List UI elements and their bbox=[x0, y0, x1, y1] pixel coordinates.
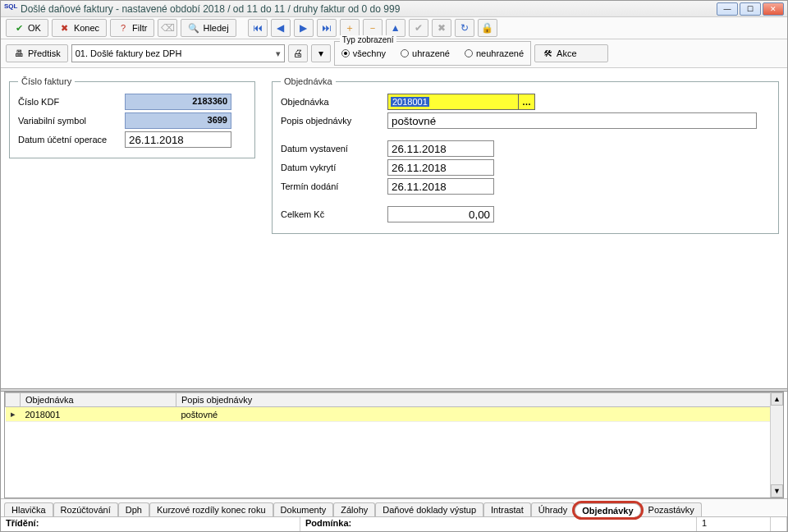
edit-button[interactable]: ▲ bbox=[386, 19, 405, 37]
question-icon: ? bbox=[117, 23, 129, 33]
grid-wrapper: Objednávka Popis objednávky ▸ 2018001 po… bbox=[4, 392, 784, 498]
filtr-clear-button: ⌫ bbox=[158, 19, 177, 37]
print-button[interactable]: 🖨 bbox=[288, 44, 308, 62]
lbl-term-dod: Termín dodání bbox=[281, 181, 387, 191]
inp-dat-vykr[interactable] bbox=[387, 159, 494, 176]
titlebar: SQL Došlé daňové faktury - nastavené obd… bbox=[1, 1, 787, 17]
inp-celkem[interactable] bbox=[387, 206, 494, 222]
filtr-button[interactable]: ? Filtr bbox=[110, 19, 154, 37]
vertical-scrollbar[interactable]: ▲ ▼ bbox=[770, 392, 783, 498]
report-combo[interactable]: 01. Došlé faktury bez DPH ▾ bbox=[71, 44, 285, 62]
radio-vsechny[interactable]: všechny bbox=[341, 48, 386, 58]
data-grid[interactable]: Objednávka Popis objednávky ▸ 2018001 po… bbox=[5, 392, 783, 498]
remove-button[interactable]: － bbox=[363, 19, 383, 37]
cell-popis: poštovné bbox=[176, 407, 783, 422]
lbl-dat-oper: Datum účetní operace bbox=[18, 135, 125, 144]
akce-button[interactable]: 🛠 Akce bbox=[534, 44, 608, 62]
hledej-button[interactable]: 🔍 Hledej bbox=[181, 19, 236, 37]
inp-popis[interactable] bbox=[387, 112, 757, 129]
inp-dat-vyst[interactable] bbox=[387, 140, 494, 157]
col-marker bbox=[6, 393, 21, 407]
cancel-button: ✖ bbox=[432, 19, 451, 37]
main-area: Číslo faktury Číslo KDF 2183360 Variabil… bbox=[1, 68, 787, 388]
maximize-button[interactable]: ☐ bbox=[740, 2, 761, 16]
lbl-var-sym: Variabilní symbol bbox=[18, 116, 125, 126]
tab-dph[interactable]: Dph bbox=[118, 502, 149, 516]
group-legend: Typ zobrazení bbox=[340, 35, 396, 44]
radio-uhrazene-label: uhrazené bbox=[412, 48, 450, 58]
radio-neuhrazene[interactable]: neuhrazené bbox=[465, 48, 524, 58]
tab-intrastat[interactable]: Intrastat bbox=[483, 502, 531, 516]
tools-icon: 🛠 bbox=[542, 48, 553, 58]
val-var-sym: 3699 bbox=[125, 112, 231, 129]
col-popis[interactable]: Popis objednávky bbox=[176, 393, 783, 407]
add-button[interactable]: ＋ bbox=[340, 19, 360, 37]
hledej-label: Hledej bbox=[203, 23, 228, 33]
tab-uhrady[interactable]: Úhrady bbox=[531, 502, 575, 516]
radio-dot-icon bbox=[341, 49, 350, 57]
legend-objednavka: Objednávka bbox=[281, 76, 336, 86]
tab-pozastavky[interactable]: Pozastávky bbox=[641, 502, 702, 516]
ok-label: OK bbox=[28, 23, 41, 33]
minimize-button[interactable]: — bbox=[717, 2, 738, 16]
nav-prev-button[interactable]: ◀ bbox=[271, 19, 291, 37]
display-type-group: Typ zobrazení všechny uhrazené neuhrazen… bbox=[334, 41, 531, 66]
status-trideni: Třídění: bbox=[1, 517, 300, 531]
tab-dd-vystup[interactable]: Daňové doklady výstup bbox=[375, 502, 483, 516]
scroll-down-icon[interactable]: ▼ bbox=[771, 484, 783, 498]
app-icon: SQL bbox=[4, 2, 17, 16]
tab-rozuctovani[interactable]: Rozúčtování bbox=[53, 502, 118, 516]
tab-dokumenty[interactable]: Dokumenty bbox=[273, 502, 334, 516]
filtr-label: Filtr bbox=[132, 23, 147, 33]
bottom-tabs: Hlavička Rozúčtování Dph Kurzové rozdíly… bbox=[1, 498, 787, 516]
tab-objednavky[interactable]: Objednávky bbox=[575, 503, 640, 517]
inp-dat-oper[interactable] bbox=[125, 131, 231, 148]
tab-kurz[interactable]: Kurzové rozdíly konec roku bbox=[149, 502, 273, 516]
print-dropdown-button[interactable]: ▾ bbox=[311, 44, 331, 62]
radio-uhrazene[interactable]: uhrazené bbox=[401, 48, 450, 58]
tab-zalohy[interactable]: Zálohy bbox=[333, 502, 375, 516]
inp-term-dod[interactable] bbox=[387, 178, 494, 195]
lbl-dat-vykr: Datum vykrytí bbox=[281, 163, 387, 172]
lock-button[interactable]: 🔒 bbox=[478, 19, 497, 37]
tab-hlavicka[interactable]: Hlavička bbox=[4, 502, 53, 516]
lbl-dat-vyst: Datum vystavení bbox=[281, 144, 387, 154]
scroll-up-icon[interactable]: ▲ bbox=[771, 392, 783, 406]
radio-dot-icon bbox=[465, 49, 473, 57]
row-marker-icon: ▸ bbox=[6, 407, 21, 422]
radio-dot-icon bbox=[401, 49, 409, 57]
report-combo-value: 01. Došlé faktury bez DPH bbox=[76, 48, 182, 58]
lbl-popis: Popis objednávky bbox=[281, 116, 387, 126]
printer-preview-icon: 🖶 bbox=[13, 48, 25, 58]
refresh-button[interactable]: ↻ bbox=[455, 19, 474, 37]
konec-label: Konec bbox=[74, 23, 99, 33]
x-icon: ✖ bbox=[59, 23, 71, 34]
inp-objednavka-value: 2018001 bbox=[391, 97, 429, 107]
inp-objednavka[interactable]: 2018001 bbox=[387, 94, 519, 110]
check-icon: ✔ bbox=[13, 23, 25, 34]
predtisk-label: Předtisk bbox=[28, 48, 61, 58]
status-last bbox=[771, 517, 787, 531]
nav-first-button[interactable]: ⏮ bbox=[248, 19, 268, 37]
radio-neuhrazene-label: neuhrazené bbox=[476, 48, 524, 58]
val-cislo-kdf: 2183360 bbox=[125, 94, 231, 110]
close-button[interactable]: ✕ bbox=[763, 2, 784, 16]
predtisk-button[interactable]: 🖶 Předtisk bbox=[6, 44, 68, 62]
nav-last-button[interactable]: ⏭ bbox=[317, 19, 337, 37]
status-count: 1 bbox=[697, 517, 771, 531]
radio-vsechny-label: všechny bbox=[353, 48, 386, 58]
search-icon: 🔍 bbox=[188, 23, 199, 34]
confirm-button: ✔ bbox=[409, 19, 428, 37]
window-title: Došlé daňové faktury - nastavené období … bbox=[21, 3, 717, 15]
lbl-celkem: Celkem Kč bbox=[281, 209, 387, 219]
panel-cislo-faktury: Číslo faktury Číslo KDF 2183360 Variabil… bbox=[9, 76, 255, 158]
lookup-button[interactable]: … bbox=[519, 94, 535, 110]
konec-button[interactable]: ✖ Konec bbox=[52, 19, 107, 37]
panel-objednavka: Objednávka Objednávka 2018001 … Popis ob… bbox=[272, 76, 779, 234]
toolbar-secondary: 🖶 Předtisk 01. Došlé faktury bez DPH ▾ 🖨… bbox=[1, 39, 787, 68]
lbl-cislo-kdf: Číslo KDF bbox=[18, 97, 125, 107]
nav-next-button[interactable]: ▶ bbox=[294, 19, 314, 37]
col-objednavka[interactable]: Objednávka bbox=[21, 393, 176, 407]
table-row[interactable]: ▸ 2018001 poštovné bbox=[6, 407, 783, 422]
ok-button[interactable]: ✔ OK bbox=[6, 19, 48, 37]
